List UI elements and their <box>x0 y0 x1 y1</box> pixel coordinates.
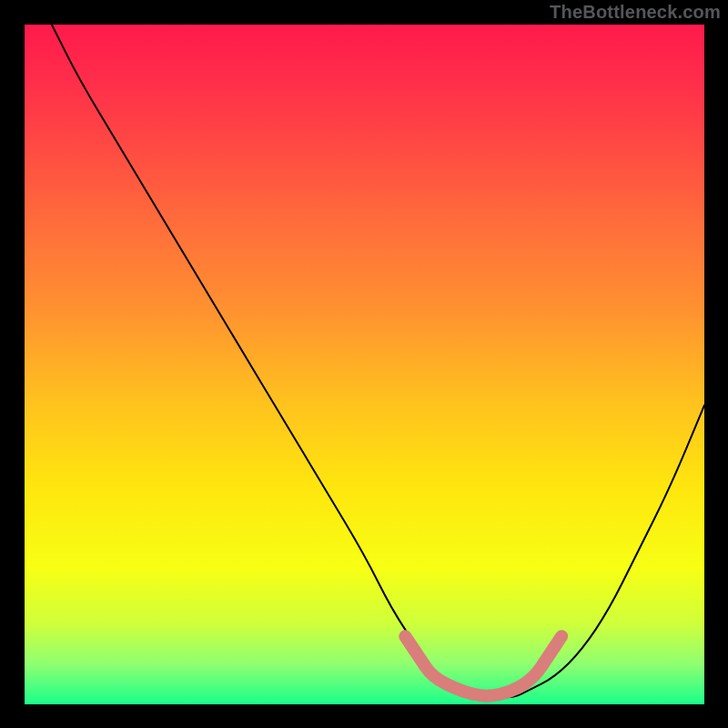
bottleneck-plot <box>0 0 728 728</box>
heatmap-background <box>25 25 704 704</box>
watermark-text: TheBottleneck.com <box>550 2 721 23</box>
